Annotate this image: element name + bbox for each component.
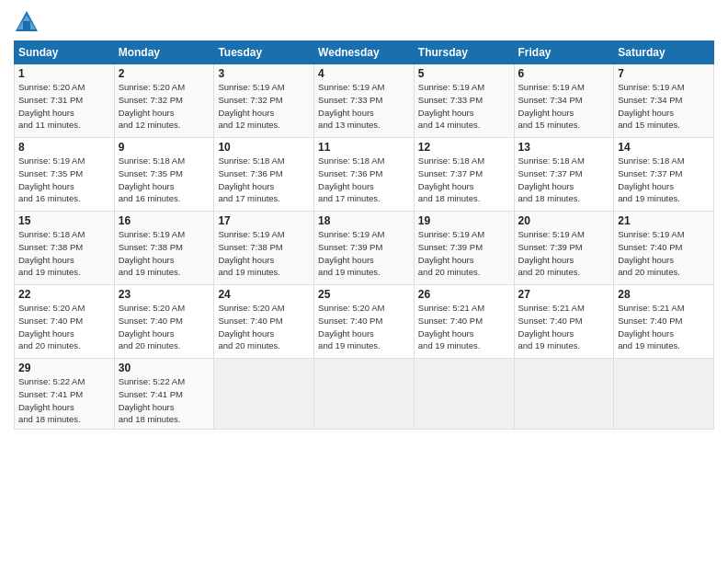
weekday-header-sunday: Sunday: [15, 41, 115, 64]
weekday-header-row: SundayMondayTuesdayWednesdayThursdayFrid…: [15, 41, 714, 64]
weekday-header-friday: Friday: [514, 41, 614, 64]
day-info: Sunrise: 5:22 AMSunset: 7:41 PMDaylight …: [119, 376, 185, 424]
day-number: 4: [318, 67, 410, 80]
calendar-cell: [514, 359, 614, 430]
day-info: Sunrise: 5:19 AMSunset: 7:33 PMDaylight …: [418, 82, 484, 130]
day-info: Sunrise: 5:18 AMSunset: 7:38 PMDaylight …: [18, 229, 85, 277]
day-number: 18: [318, 214, 410, 227]
day-info: Sunrise: 5:19 AMSunset: 7:40 PMDaylight …: [618, 229, 684, 277]
day-info: Sunrise: 5:21 AMSunset: 7:40 PMDaylight …: [418, 303, 484, 350]
day-number: 21: [618, 214, 710, 227]
day-number: 26: [418, 288, 510, 301]
calendar-cell: 10 Sunrise: 5:18 AMSunset: 7:36 PMDaylig…: [214, 138, 314, 212]
day-info: Sunrise: 5:18 AMSunset: 7:37 PMDaylight …: [418, 155, 484, 203]
day-number: 6: [518, 67, 610, 80]
day-number: 28: [618, 288, 710, 301]
day-info: Sunrise: 5:19 AMSunset: 7:34 PMDaylight …: [518, 82, 585, 130]
weekday-header-tuesday: Tuesday: [214, 41, 314, 64]
logo: [14, 9, 43, 35]
day-info: Sunrise: 5:19 AMSunset: 7:39 PMDaylight …: [318, 229, 384, 277]
day-info: Sunrise: 5:20 AMSunset: 7:31 PMDaylight …: [18, 82, 85, 130]
calendar-cell: 27 Sunrise: 5:21 AMSunset: 7:40 PMDaylig…: [514, 285, 614, 359]
day-info: Sunrise: 5:20 AMSunset: 7:40 PMDaylight …: [18, 303, 85, 350]
calendar-cell: 1 Sunrise: 5:20 AMSunset: 7:31 PMDayligh…: [15, 64, 115, 138]
day-number: 14: [618, 141, 710, 154]
calendar-cell: 8 Sunrise: 5:19 AMSunset: 7:35 PMDayligh…: [15, 138, 115, 212]
calendar-cell: 3 Sunrise: 5:19 AMSunset: 7:32 PMDayligh…: [214, 64, 314, 138]
calendar-cell: 25 Sunrise: 5:20 AMSunset: 7:40 PMDaylig…: [314, 285, 415, 359]
day-number: 2: [119, 67, 210, 80]
calendar-cell: 22 Sunrise: 5:20 AMSunset: 7:40 PMDaylig…: [15, 285, 115, 359]
day-info: Sunrise: 5:19 AMSunset: 7:33 PMDaylight …: [318, 82, 384, 130]
logo-icon: [14, 9, 40, 35]
day-info: Sunrise: 5:22 AMSunset: 7:41 PMDaylight …: [18, 376, 85, 424]
calendar-cell: 6 Sunrise: 5:19 AMSunset: 7:34 PMDayligh…: [514, 64, 614, 138]
day-number: 27: [518, 288, 610, 301]
day-info: Sunrise: 5:18 AMSunset: 7:36 PMDaylight …: [318, 155, 384, 203]
week-row-1: 1 Sunrise: 5:20 AMSunset: 7:31 PMDayligh…: [15, 64, 714, 138]
calendar-cell: 18 Sunrise: 5:19 AMSunset: 7:39 PMDaylig…: [314, 212, 415, 285]
calendar-cell: 28 Sunrise: 5:21 AMSunset: 7:40 PMDaylig…: [614, 285, 714, 359]
calendar-cell: 19 Sunrise: 5:19 AMSunset: 7:39 PMDaylig…: [414, 212, 514, 285]
day-number: 25: [318, 288, 410, 301]
calendar-cell: [414, 359, 514, 430]
day-info: Sunrise: 5:20 AMSunset: 7:40 PMDaylight …: [218, 303, 284, 350]
calendar-cell: 23 Sunrise: 5:20 AMSunset: 7:40 PMDaylig…: [114, 285, 214, 359]
calendar-cell: 13 Sunrise: 5:18 AMSunset: 7:37 PMDaylig…: [514, 138, 614, 212]
day-number: 7: [618, 67, 710, 80]
calendar: SundayMondayTuesdayWednesdayThursdayFrid…: [14, 40, 714, 430]
day-info: Sunrise: 5:19 AMSunset: 7:32 PMDaylight …: [218, 82, 284, 130]
day-info: Sunrise: 5:18 AMSunset: 7:36 PMDaylight …: [218, 155, 284, 203]
svg-rect-2: [23, 21, 30, 29]
calendar-cell: 14 Sunrise: 5:18 AMSunset: 7:37 PMDaylig…: [614, 138, 714, 212]
calendar-cell: 21 Sunrise: 5:19 AMSunset: 7:40 PMDaylig…: [614, 212, 714, 285]
day-info: Sunrise: 5:21 AMSunset: 7:40 PMDaylight …: [618, 303, 684, 350]
calendar-cell: [214, 359, 314, 430]
day-number: 30: [119, 362, 210, 374]
day-number: 16: [119, 214, 210, 227]
week-row-2: 8 Sunrise: 5:19 AMSunset: 7:35 PMDayligh…: [15, 138, 714, 212]
calendar-cell: 17 Sunrise: 5:19 AMSunset: 7:38 PMDaylig…: [214, 212, 314, 285]
calendar-cell: 4 Sunrise: 5:19 AMSunset: 7:33 PMDayligh…: [314, 64, 415, 138]
calendar-cell: 12 Sunrise: 5:18 AMSunset: 7:37 PMDaylig…: [414, 138, 514, 212]
day-info: Sunrise: 5:19 AMSunset: 7:35 PMDaylight …: [18, 155, 85, 203]
day-number: 13: [518, 141, 610, 154]
weekday-header-wednesday: Wednesday: [314, 41, 415, 64]
day-info: Sunrise: 5:19 AMSunset: 7:39 PMDaylight …: [518, 229, 585, 277]
calendar-cell: 24 Sunrise: 5:20 AMSunset: 7:40 PMDaylig…: [214, 285, 314, 359]
day-number: 8: [18, 141, 110, 154]
day-number: 19: [418, 214, 510, 227]
day-info: Sunrise: 5:19 AMSunset: 7:38 PMDaylight …: [218, 229, 284, 277]
calendar-cell: 11 Sunrise: 5:18 AMSunset: 7:36 PMDaylig…: [314, 138, 415, 212]
day-number: 9: [119, 141, 210, 154]
day-info: Sunrise: 5:21 AMSunset: 7:40 PMDaylight …: [518, 303, 585, 350]
page: SundayMondayTuesdayWednesdayThursdayFrid…: [0, 0, 728, 563]
header: [14, 9, 714, 35]
day-info: Sunrise: 5:19 AMSunset: 7:38 PMDaylight …: [119, 229, 185, 277]
week-row-4: 22 Sunrise: 5:20 AMSunset: 7:40 PMDaylig…: [15, 285, 714, 359]
calendar-cell: 9 Sunrise: 5:18 AMSunset: 7:35 PMDayligh…: [114, 138, 214, 212]
calendar-cell: 15 Sunrise: 5:18 AMSunset: 7:38 PMDaylig…: [15, 212, 115, 285]
day-info: Sunrise: 5:18 AMSunset: 7:37 PMDaylight …: [618, 155, 684, 203]
week-row-5: 29 Sunrise: 5:22 AMSunset: 7:41 PMDaylig…: [15, 359, 714, 430]
calendar-cell: 30 Sunrise: 5:22 AMSunset: 7:41 PMDaylig…: [114, 359, 214, 430]
day-number: 15: [18, 214, 110, 227]
calendar-cell: [314, 359, 415, 430]
weekday-header-monday: Monday: [114, 41, 214, 64]
calendar-cell: 20 Sunrise: 5:19 AMSunset: 7:39 PMDaylig…: [514, 212, 614, 285]
day-number: 3: [218, 67, 310, 80]
day-number: 10: [218, 141, 310, 154]
day-info: Sunrise: 5:20 AMSunset: 7:40 PMDaylight …: [119, 303, 185, 350]
calendar-cell: [614, 359, 714, 430]
day-number: 17: [218, 214, 310, 227]
day-info: Sunrise: 5:20 AMSunset: 7:40 PMDaylight …: [318, 303, 384, 350]
day-number: 1: [18, 67, 110, 80]
calendar-cell: 16 Sunrise: 5:19 AMSunset: 7:38 PMDaylig…: [114, 212, 214, 285]
day-number: 20: [518, 214, 610, 227]
day-number: 24: [218, 288, 310, 301]
day-number: 22: [18, 288, 110, 301]
day-number: 12: [418, 141, 510, 154]
calendar-cell: 2 Sunrise: 5:20 AMSunset: 7:32 PMDayligh…: [114, 64, 214, 138]
weekday-header-thursday: Thursday: [414, 41, 514, 64]
day-number: 5: [418, 67, 510, 80]
